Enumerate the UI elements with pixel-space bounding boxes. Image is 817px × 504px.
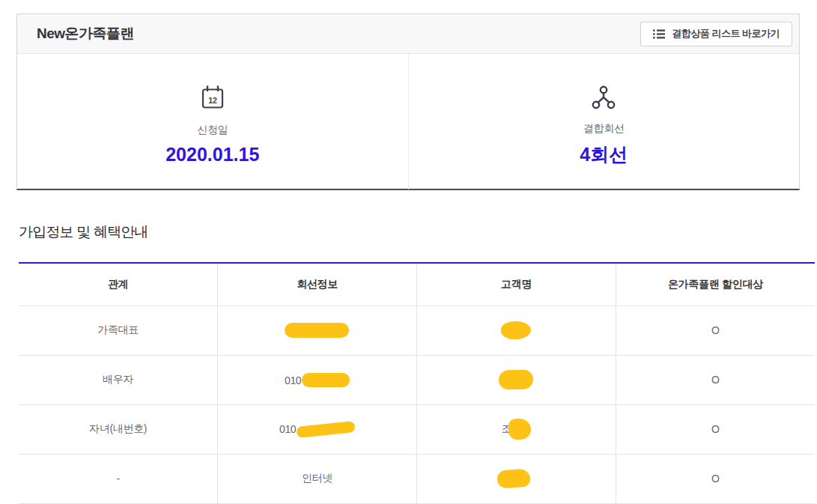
section-title: 가입정보 및 혜택안내 [19, 222, 148, 242]
line-info-cell: 인터넷 [218, 454, 417, 503]
family-plan-card: New온가족플랜 결합상품 리스트 바로가기 [16, 13, 800, 190]
line-info-text: 010 [279, 424, 296, 436]
customer-name-cell [417, 355, 616, 404]
relation-cell: - [19, 454, 218, 503]
relation-cell: 자녀(내번호) [19, 404, 218, 454]
line-info-text: 010 [285, 374, 301, 386]
apply-date-value: 2020.01.15 [165, 144, 259, 166]
line-info-cell: 0 [218, 306, 417, 355]
redaction-highlight [508, 419, 531, 440]
relation-cell: 배우자 [19, 355, 218, 404]
svg-text:12: 12 [208, 96, 217, 105]
header-discount-target: 온가족플랜 할인대상 [616, 263, 815, 306]
discount-text: O [711, 424, 720, 436]
customer-name-cell [417, 306, 616, 355]
redaction-highlight [297, 421, 356, 438]
card-title: New온가족플랜 [37, 24, 134, 43]
relation-text: 배우자 [103, 373, 133, 385]
header-customer-name: 고객명 [417, 263, 616, 306]
apply-date-label: 신청일 [197, 124, 228, 137]
header-relation: 관계 [19, 263, 218, 306]
table-row: 가족대표 0 O [19, 306, 815, 355]
redaction-highlight [501, 321, 532, 340]
subscription-info-table: 관계 회선정보 고객명 온가족플랜 할인대상 가족대표 0 O 배우자 010 … [19, 262, 815, 504]
redaction-highlight [499, 369, 534, 390]
card-body: 12 신청일 2020.01.15 [17, 54, 799, 189]
line-info-cell: 010 [218, 404, 417, 454]
bundle-list-button[interactable]: 결합상품 리스트 바로가기 [640, 22, 792, 46]
calendar-icon: 12 [198, 81, 227, 112]
card-header: New온가족플랜 결합상품 리스트 바로가기 [17, 14, 799, 54]
redaction-highlight [497, 468, 532, 488]
combined-lines-value: 4회선 [580, 142, 628, 167]
relation-text: 가족대표 [97, 324, 139, 336]
redaction-highlight [285, 323, 349, 338]
header-line-info: 회선정보 [218, 263, 417, 306]
line-info-cell: 010 [218, 355, 417, 404]
customer-name-cell: 조 [417, 404, 616, 454]
combined-lines-label: 결합회선 [583, 122, 625, 136]
table-row: 자녀(내번호) 010 조 O [19, 404, 815, 454]
discount-cell: O [616, 404, 815, 454]
relation-text: 자녀(내번호) [89, 422, 147, 434]
discount-text: O [711, 325, 720, 337]
table-row: - 인터넷 O [19, 454, 815, 503]
branch-lines-icon [590, 79, 617, 111]
list-icon [653, 29, 665, 39]
redaction-highlight [302, 373, 350, 387]
customer-name-cell [417, 454, 616, 503]
discount-text: O [711, 473, 720, 485]
stat-combined-lines: 결합회선 4회선 [409, 54, 800, 189]
discount-cell: O [616, 355, 815, 404]
discount-text: O [711, 374, 720, 386]
relation-text: - [116, 473, 119, 485]
table-row: 배우자 010 O [19, 355, 815, 404]
discount-cell: O [616, 306, 815, 355]
bundle-list-button-label: 결합상품 리스트 바로가기 [672, 27, 780, 40]
table-header-row: 관계 회선정보 고객명 온가족플랜 할인대상 [19, 263, 815, 306]
discount-cell: O [616, 454, 815, 503]
line-info-text: 인터넷 [302, 472, 332, 484]
stat-apply-date: 12 신청일 2020.01.15 [17, 54, 408, 189]
relation-cell: 가족대표 [19, 306, 218, 355]
